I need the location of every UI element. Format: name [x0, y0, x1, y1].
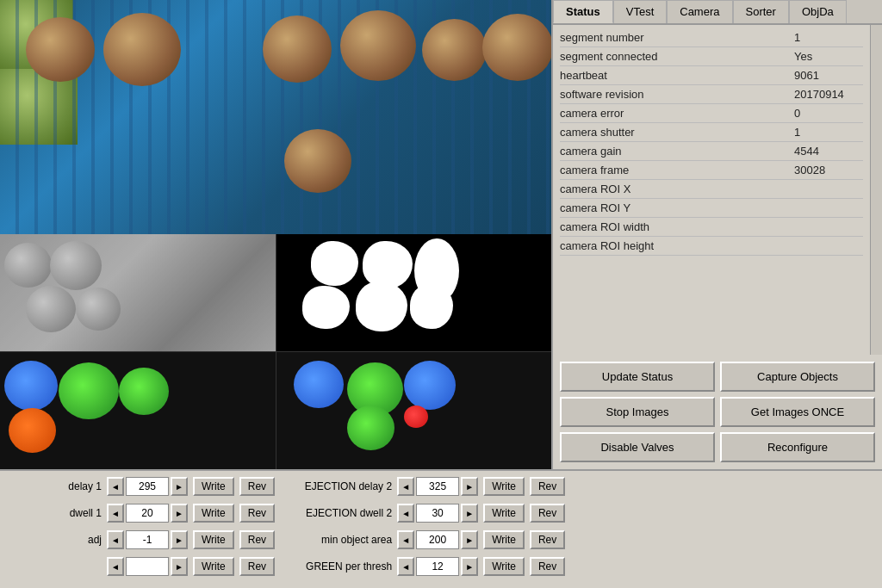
status-value	[794, 239, 863, 252]
spinner-right-inc-2[interactable]: ►	[461, 530, 478, 549]
status-label: camera ROI X	[560, 183, 794, 195]
spinner-left-inc-1[interactable]: ►	[171, 504, 188, 523]
rev-btn-right-1[interactable]: Rev	[530, 504, 565, 523]
binary-image	[276, 234, 552, 351]
buttons-area: Update Status Capture Objects Stop Image…	[553, 355, 882, 469]
spinner-left-dec-2[interactable]: ◄	[107, 530, 124, 549]
spinner-value-left-1: 20	[126, 504, 169, 523]
status-content: segment number1segment connectedYesheart…	[553, 25, 870, 355]
tab-camera[interactable]: Camera	[667, 0, 732, 23]
status-label: camera gain	[560, 145, 794, 158]
image-panel	[0, 0, 551, 469]
stop-images-button[interactable]: Stop Images	[560, 397, 715, 427]
status-row: segment connectedYes	[560, 47, 863, 66]
spinner-right-dec-1[interactable]: ◄	[397, 504, 414, 523]
spinner-value-left-0: 295	[126, 477, 169, 496]
status-label: software revision	[560, 88, 794, 101]
status-label: camera ROI height	[560, 239, 794, 252]
control-label-1: dwell 1	[7, 507, 102, 519]
spinner-right-dec-2[interactable]: ◄	[397, 530, 414, 549]
status-label: segment connected	[560, 50, 794, 63]
write-btn-left-0[interactable]: Write	[193, 477, 234, 496]
status-label: heartbeat	[560, 69, 794, 82]
capture-objects-button[interactable]: Capture Objects	[720, 362, 875, 392]
spinner-left-dec-3[interactable]: ◄	[107, 557, 124, 576]
control-label-0: delay 1	[7, 480, 102, 492]
status-value	[794, 220, 863, 233]
status-value: 9061	[794, 69, 863, 82]
spinner-right-inc-3[interactable]: ►	[461, 557, 478, 576]
update-status-button[interactable]: Update Status	[560, 362, 715, 392]
status-value: 4544	[794, 145, 863, 158]
spinner-group-left-1: ◄ 20 ►	[107, 504, 188, 523]
write-btn-right-3[interactable]: Write	[483, 557, 525, 576]
tab-vtest[interactable]: VTest	[613, 0, 668, 23]
status-row: camera frame30028	[560, 161, 863, 180]
spinner-right-dec-3[interactable]: ◄	[397, 557, 414, 576]
status-row: software revision20170914	[560, 85, 863, 104]
control-label-right-3: GREEN per thresh	[280, 560, 392, 573]
spinner-right-inc-1[interactable]: ►	[461, 504, 478, 523]
rev-btn-right-0[interactable]: Rev	[530, 477, 565, 496]
status-row: camera error0	[560, 104, 863, 123]
status-label: camera ROI Y	[560, 201, 794, 214]
spinner-left-dec-1[interactable]: ◄	[107, 504, 124, 523]
disable-valves-button[interactable]: Disable Valves	[560, 432, 715, 462]
main-container: Status VTest Camera Sorter ObjDa segment…	[0, 0, 882, 588]
status-value: 30028	[794, 164, 863, 176]
rev-btn-left-0[interactable]: Rev	[239, 477, 275, 496]
status-scrollbar[interactable]	[870, 25, 882, 355]
spinner-group-right-2: ◄ 200 ►	[397, 530, 478, 549]
status-row: segment number1	[560, 28, 863, 47]
control-label-right-0: EJECTION delay 2	[280, 480, 392, 492]
status-row: heartbeat9061	[560, 66, 863, 85]
status-value: 0	[794, 107, 863, 120]
get-images-once-button[interactable]: Get Images ONCE	[720, 397, 875, 427]
status-row: camera ROI Y	[560, 199, 863, 218]
status-row: camera ROI width	[560, 218, 863, 237]
spinner-group-right-3: ◄ 12 ►	[397, 557, 478, 576]
status-row: camera shutter1	[560, 123, 863, 142]
status-label: camera error	[560, 107, 794, 120]
write-btn-right-0[interactable]: Write	[483, 477, 525, 496]
spinner-group-left-2: ◄ -1 ►	[107, 530, 188, 549]
bottom-controls: delay 1 ◄ 295 ► Write Rev EJECTION delay…	[0, 469, 882, 588]
spinner-left-dec-0[interactable]: ◄	[107, 477, 124, 496]
tab-status[interactable]: Status	[553, 0, 613, 23]
spinner-value-right-0: 325	[416, 477, 459, 496]
write-btn-right-2[interactable]: Write	[483, 530, 525, 549]
tab-sorter[interactable]: Sorter	[733, 0, 789, 23]
spinner-left-inc-2[interactable]: ►	[171, 530, 188, 549]
spinner-left-inc-0[interactable]: ►	[171, 477, 188, 496]
right-panel: Status VTest Camera Sorter ObjDa segment…	[551, 0, 882, 469]
rev-btn-right-2[interactable]: Rev	[530, 530, 565, 549]
write-btn-left-1[interactable]: Write	[193, 504, 234, 523]
write-btn-right-1[interactable]: Write	[483, 504, 525, 523]
rev-btn-left-3[interactable]: Rev	[239, 557, 275, 576]
bottom-images-grid	[0, 234, 551, 469]
control-label-right-1: EJECTION dwell 2	[280, 507, 392, 519]
spinner-group-left-0: ◄ 295 ►	[107, 477, 188, 496]
rev-btn-left-2[interactable]: Rev	[239, 530, 275, 549]
control-row: ◄ ► Write Rev GREEN per thresh ◄ 12 ► Wr…	[7, 554, 875, 579]
reconfigure-button[interactable]: Reconfigure	[720, 432, 875, 462]
tab-objda[interactable]: ObjDa	[789, 0, 847, 23]
write-btn-left-2[interactable]: Write	[193, 530, 234, 549]
rev-btn-right-3[interactable]: Rev	[530, 557, 565, 576]
status-value: 1	[794, 31, 863, 44]
status-label: segment number	[560, 31, 794, 44]
spinner-left-inc-3[interactable]: ►	[171, 557, 188, 576]
grayscale-image	[0, 234, 276, 351]
spinner-group-left-3: ◄ ►	[107, 557, 188, 576]
rev-btn-left-1[interactable]: Rev	[239, 504, 275, 523]
status-value	[794, 183, 863, 195]
spinner-value-left-2: -1	[126, 530, 169, 549]
write-btn-left-3[interactable]: Write	[193, 557, 234, 576]
spinner-right-dec-0[interactable]: ◄	[397, 477, 414, 496]
top-section: Status VTest Camera Sorter ObjDa segment…	[0, 0, 882, 469]
status-table: segment number1segment connectedYesheart…	[553, 25, 870, 259]
status-label: camera shutter	[560, 126, 794, 139]
spinner-right-inc-0[interactable]: ►	[461, 477, 478, 496]
spinner-value-right-1: 30	[416, 504, 459, 523]
status-label: camera ROI width	[560, 220, 794, 233]
